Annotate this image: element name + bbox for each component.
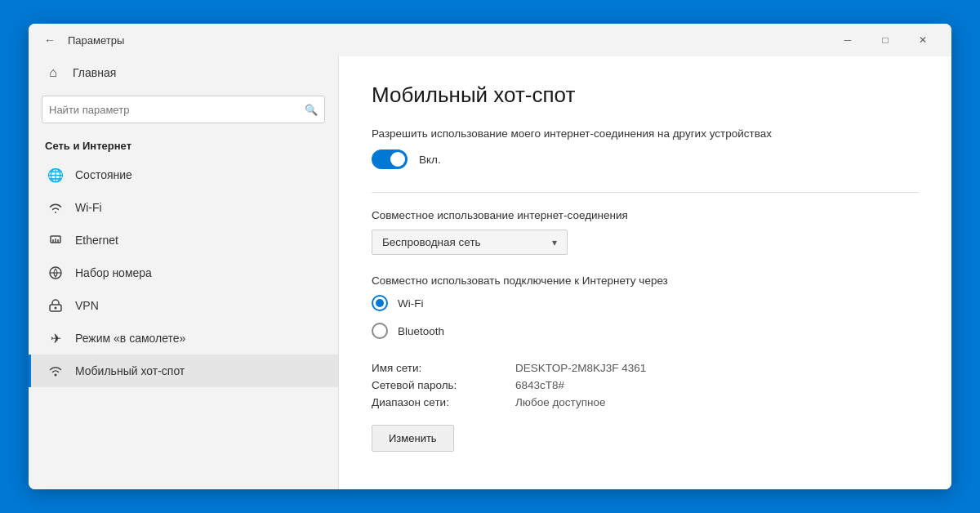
hotspot-toggle[interactable] [372, 149, 408, 169]
toggle-row: Вкл. [372, 149, 919, 169]
sidebar-item-dial[interactable]: Набор номера [29, 256, 338, 289]
back-button[interactable]: ← [38, 29, 61, 51]
sidebar-label-dial: Набор номера [75, 266, 152, 279]
radio-group: Wi-Fi Bluetooth [372, 295, 919, 339]
network-name-val: DESKTOP-2M8KJ3F 4361 [515, 362, 919, 374]
sidebar-label-vpn: VPN [75, 299, 99, 312]
allow-desc: Разрешить использование моего интернет-с… [372, 127, 919, 140]
svg-point-7 [55, 307, 57, 310]
maximize-button[interactable]: □ [866, 27, 904, 53]
home-icon: ⌂ [45, 65, 61, 81]
sidebar-label-airplane: Режим «в самолете» [75, 332, 185, 345]
sidebar-item-ethernet[interactable]: Ethernet [29, 224, 338, 256]
sidebar-item-wifi[interactable]: Wi-Fi [29, 191, 338, 224]
sidebar-item-vpn[interactable]: VPN [29, 289, 338, 322]
search-icon: 🔍 [305, 104, 318, 116]
change-button[interactable]: Изменить [372, 425, 454, 452]
radio-wifi-circle [372, 295, 388, 311]
close-button[interactable]: ✕ [904, 27, 942, 53]
ethernet-icon [47, 232, 64, 248]
dropdown-row: Беспроводная сеть ▾ [372, 230, 919, 255]
dial-icon [47, 265, 64, 281]
main-content: Мобильный хот-спот Разрешить использован… [339, 56, 951, 489]
range-val: Любое доступное [515, 396, 919, 408]
search-box[interactable]: 🔍 [42, 96, 325, 123]
content-area: ⌂ Главная 🔍 Сеть и Интернет 🌐 Состояние [29, 56, 951, 489]
radio-bluetooth[interactable]: Bluetooth [372, 323, 919, 339]
vpn-icon [47, 297, 64, 314]
sidebar-item-status[interactable]: 🌐 Состояние [29, 158, 338, 191]
sidebar-label-status: Состояние [75, 168, 132, 181]
toggle-label: Вкл. [419, 154, 441, 166]
dropdown-arrow-icon: ▾ [552, 237, 557, 248]
share-label: Совместное использование интернет-соедин… [372, 209, 919, 221]
password-key: Сетевой пароль: [372, 379, 502, 391]
network-name-key: Имя сети: [372, 362, 502, 374]
svg-point-8 [55, 374, 57, 377]
window-title: Параметры [68, 34, 829, 47]
sidebar-item-home[interactable]: ⌂ Главная [29, 56, 338, 89]
radio-wifi[interactable]: Wi-Fi [372, 295, 919, 311]
connect-label: Совместно использовать подключение к Инт… [372, 274, 919, 287]
minimize-button[interactable]: ─ [829, 27, 866, 53]
radio-bluetooth-label: Bluetooth [398, 325, 444, 337]
sidebar-label-ethernet: Ethernet [75, 234, 118, 247]
home-label: Главная [73, 66, 116, 79]
wifi-icon [47, 199, 64, 216]
network-dropdown[interactable]: Беспроводная сеть ▾ [372, 230, 568, 255]
dropdown-value: Беспроводная сеть [382, 236, 481, 248]
sidebar-item-airplane[interactable]: ✈ Режим «в самолете» [29, 322, 338, 355]
sidebar-item-hotspot[interactable]: Мобильный хот-спот [29, 355, 338, 387]
hotspot-icon [47, 363, 64, 379]
window-controls: ─ □ ✕ [829, 27, 942, 53]
sidebar-section-title: Сеть и Интернет [29, 136, 338, 158]
password-val: 6843cT8# [515, 379, 919, 391]
settings-window: ← Параметры ─ □ ✕ ⌂ Главная 🔍 Сеть и Инт… [29, 24, 951, 489]
network-info-grid: Имя сети: DESKTOP-2M8KJ3F 4361 Сетевой п… [372, 362, 919, 408]
page-title: Мобильный хот-спот [372, 83, 919, 108]
status-icon: 🌐 [47, 167, 64, 183]
search-input[interactable] [49, 104, 305, 116]
radio-wifi-label: Wi-Fi [398, 297, 423, 310]
airplane-icon: ✈ [47, 330, 64, 346]
titlebar: ← Параметры ─ □ ✕ [29, 24, 951, 56]
divider-1 [372, 192, 919, 193]
sidebar: ⌂ Главная 🔍 Сеть и Интернет 🌐 Состояние [29, 56, 339, 489]
radio-bluetooth-circle [372, 323, 388, 339]
sidebar-label-hotspot: Мобильный хот-спот [75, 364, 185, 377]
sidebar-label-wifi: Wi-Fi [75, 201, 102, 214]
range-key: Диапазон сети: [372, 396, 502, 408]
